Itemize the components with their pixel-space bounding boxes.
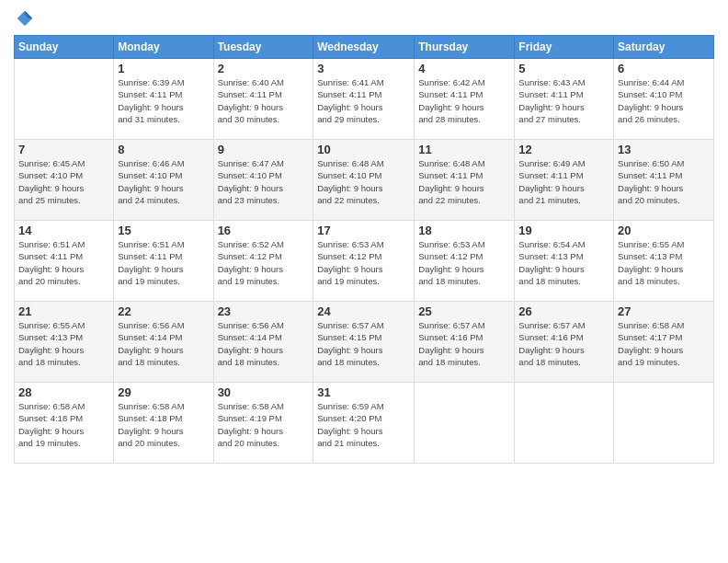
calendar-cell: 28Sunrise: 6:58 AMSunset: 4:18 PMDayligh…: [15, 383, 114, 464]
day-header-thursday: Thursday: [415, 36, 515, 59]
day-info: Sunrise: 6:43 AMSunset: 4:11 PMDaylight:…: [518, 76, 609, 125]
calendar-cell: 20Sunrise: 6:55 AMSunset: 4:13 PMDayligh…: [614, 221, 714, 302]
day-number: 30: [218, 385, 310, 399]
day-number: 21: [18, 304, 109, 318]
day-number: 7: [18, 143, 109, 156]
day-info: Sunrise: 6:56 AMSunset: 4:14 PMDaylight:…: [118, 319, 209, 368]
day-number: 25: [418, 304, 510, 318]
calendar-cell: 13Sunrise: 6:50 AMSunset: 4:11 PMDayligh…: [614, 140, 714, 221]
day-info: Sunrise: 6:53 AMSunset: 4:12 PMDaylight:…: [317, 238, 410, 287]
day-header-wednesday: Wednesday: [313, 36, 415, 59]
calendar-cell: 7Sunrise: 6:45 AMSunset: 4:10 PMDaylight…: [15, 140, 114, 221]
logo-icon: [16, 9, 34, 28]
day-number: 26: [518, 304, 609, 318]
day-number: 19: [518, 224, 609, 237]
calendar-cell: 23Sunrise: 6:56 AMSunset: 4:14 PMDayligh…: [213, 302, 313, 383]
calendar-cell: 6Sunrise: 6:44 AMSunset: 4:10 PMDaylight…: [614, 59, 714, 140]
calendar-cell: 11Sunrise: 6:48 AMSunset: 4:11 PMDayligh…: [415, 140, 515, 221]
day-info: Sunrise: 6:49 AMSunset: 4:11 PMDaylight:…: [518, 157, 609, 206]
day-info: Sunrise: 6:40 AMSunset: 4:11 PMDaylight:…: [218, 76, 310, 125]
day-number: 15: [118, 224, 209, 237]
day-info: Sunrise: 6:55 AMSunset: 4:13 PMDaylight:…: [618, 238, 710, 287]
calendar-week-1: 1Sunrise: 6:39 AMSunset: 4:11 PMDaylight…: [15, 59, 714, 140]
day-info: Sunrise: 6:47 AMSunset: 4:10 PMDaylight:…: [218, 157, 310, 206]
day-info: Sunrise: 6:48 AMSunset: 4:11 PMDaylight:…: [418, 157, 510, 206]
day-header-friday: Friday: [515, 36, 614, 59]
calendar-week-2: 7Sunrise: 6:45 AMSunset: 4:10 PMDaylight…: [15, 140, 714, 221]
day-info: Sunrise: 6:45 AMSunset: 4:10 PMDaylight:…: [18, 157, 109, 206]
day-info: Sunrise: 6:50 AMSunset: 4:11 PMDaylight:…: [618, 157, 710, 206]
day-number: 13: [618, 143, 710, 156]
day-number: 31: [317, 385, 410, 399]
day-number: 27: [618, 304, 710, 318]
day-number: 6: [618, 62, 710, 75]
day-info: Sunrise: 6:55 AMSunset: 4:13 PMDaylight:…: [18, 319, 109, 368]
calendar-cell: 15Sunrise: 6:51 AMSunset: 4:11 PMDayligh…: [114, 221, 213, 302]
calendar-cell: 26Sunrise: 6:57 AMSunset: 4:16 PMDayligh…: [515, 302, 614, 383]
day-number: 2: [218, 62, 310, 75]
day-info: Sunrise: 6:54 AMSunset: 4:13 PMDaylight:…: [518, 238, 609, 287]
day-info: Sunrise: 6:42 AMSunset: 4:11 PMDaylight:…: [418, 76, 510, 125]
day-number: 4: [418, 62, 510, 75]
calendar-week-5: 28Sunrise: 6:58 AMSunset: 4:18 PMDayligh…: [15, 383, 714, 464]
day-header-sunday: Sunday: [15, 36, 114, 59]
calendar-cell: 30Sunrise: 6:58 AMSunset: 4:19 PMDayligh…: [213, 383, 313, 464]
calendar-cell: [515, 383, 614, 464]
calendar-cell: 24Sunrise: 6:57 AMSunset: 4:15 PMDayligh…: [313, 302, 415, 383]
calendar-header-row: SundayMondayTuesdayWednesdayThursdayFrid…: [15, 36, 714, 59]
logo: [14, 9, 34, 28]
day-number: 20: [618, 224, 710, 237]
day-number: 1: [118, 62, 209, 75]
day-number: 8: [118, 143, 209, 156]
day-info: Sunrise: 6:53 AMSunset: 4:12 PMDaylight:…: [418, 238, 510, 287]
header: [14, 9, 714, 28]
day-info: Sunrise: 6:51 AMSunset: 4:11 PMDaylight:…: [18, 238, 109, 287]
day-number: 12: [518, 143, 609, 156]
calendar-cell: 4Sunrise: 6:42 AMSunset: 4:11 PMDaylight…: [415, 59, 515, 140]
day-number: 22: [118, 304, 209, 318]
calendar-cell: 17Sunrise: 6:53 AMSunset: 4:12 PMDayligh…: [313, 221, 415, 302]
calendar-cell: 14Sunrise: 6:51 AMSunset: 4:11 PMDayligh…: [15, 221, 114, 302]
day-header-saturday: Saturday: [614, 36, 714, 59]
calendar-cell: 18Sunrise: 6:53 AMSunset: 4:12 PMDayligh…: [415, 221, 515, 302]
day-number: 16: [218, 224, 310, 237]
calendar-cell: 2Sunrise: 6:40 AMSunset: 4:11 PMDaylight…: [213, 59, 313, 140]
day-info: Sunrise: 6:59 AMSunset: 4:20 PMDaylight:…: [317, 400, 410, 449]
calendar-cell: 27Sunrise: 6:58 AMSunset: 4:17 PMDayligh…: [614, 302, 714, 383]
logo-text: [14, 9, 34, 28]
calendar-cell: [415, 383, 515, 464]
calendar-cell: 10Sunrise: 6:48 AMSunset: 4:10 PMDayligh…: [313, 140, 415, 221]
day-number: 11: [418, 143, 510, 156]
day-number: 9: [218, 143, 310, 156]
day-info: Sunrise: 6:39 AMSunset: 4:11 PMDaylight:…: [118, 76, 209, 125]
day-number: 28: [18, 385, 109, 399]
calendar-cell: 29Sunrise: 6:58 AMSunset: 4:18 PMDayligh…: [114, 383, 213, 464]
day-info: Sunrise: 6:56 AMSunset: 4:14 PMDaylight:…: [218, 319, 310, 368]
day-info: Sunrise: 6:51 AMSunset: 4:11 PMDaylight:…: [118, 238, 209, 287]
calendar-week-4: 21Sunrise: 6:55 AMSunset: 4:13 PMDayligh…: [15, 302, 714, 383]
calendar-cell: 12Sunrise: 6:49 AMSunset: 4:11 PMDayligh…: [515, 140, 614, 221]
day-info: Sunrise: 6:57 AMSunset: 4:16 PMDaylight:…: [418, 319, 510, 368]
calendar-table: SundayMondayTuesdayWednesdayThursdayFrid…: [14, 35, 714, 464]
day-info: Sunrise: 6:58 AMSunset: 4:17 PMDaylight:…: [618, 319, 710, 368]
day-info: Sunrise: 6:57 AMSunset: 4:16 PMDaylight:…: [518, 319, 609, 368]
day-info: Sunrise: 6:41 AMSunset: 4:11 PMDaylight:…: [317, 76, 410, 125]
day-header-monday: Monday: [114, 36, 213, 59]
calendar-cell: 25Sunrise: 6:57 AMSunset: 4:16 PMDayligh…: [415, 302, 515, 383]
calendar-cell: [15, 59, 114, 140]
calendar-cell: 1Sunrise: 6:39 AMSunset: 4:11 PMDaylight…: [114, 59, 213, 140]
day-info: Sunrise: 6:48 AMSunset: 4:10 PMDaylight:…: [317, 157, 410, 206]
day-number: 17: [317, 224, 410, 237]
calendar-cell: 3Sunrise: 6:41 AMSunset: 4:11 PMDaylight…: [313, 59, 415, 140]
day-info: Sunrise: 6:46 AMSunset: 4:10 PMDaylight:…: [118, 157, 209, 206]
day-number: 18: [418, 224, 510, 237]
day-info: Sunrise: 6:44 AMSunset: 4:10 PMDaylight:…: [618, 76, 710, 125]
calendar-cell: 8Sunrise: 6:46 AMSunset: 4:10 PMDaylight…: [114, 140, 213, 221]
day-number: 14: [18, 224, 109, 237]
calendar-cell: 19Sunrise: 6:54 AMSunset: 4:13 PMDayligh…: [515, 221, 614, 302]
calendar-cell: 22Sunrise: 6:56 AMSunset: 4:14 PMDayligh…: [114, 302, 213, 383]
day-number: 23: [218, 304, 310, 318]
day-info: Sunrise: 6:58 AMSunset: 4:18 PMDaylight:…: [118, 400, 209, 449]
calendar-cell: 5Sunrise: 6:43 AMSunset: 4:11 PMDaylight…: [515, 59, 614, 140]
calendar-cell: 16Sunrise: 6:52 AMSunset: 4:12 PMDayligh…: [213, 221, 313, 302]
